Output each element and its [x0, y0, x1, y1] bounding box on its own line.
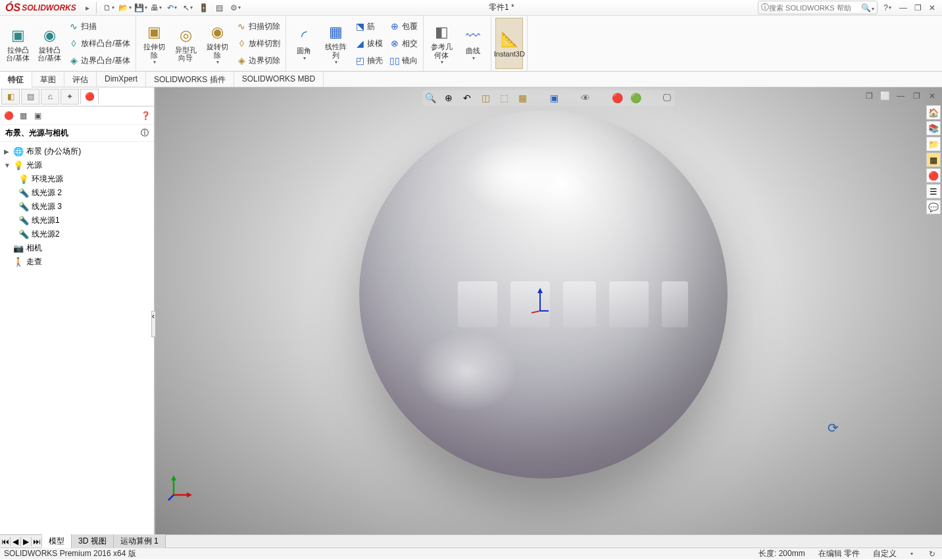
status-custom[interactable]: 自定义: [873, 548, 897, 559]
vp-maximize-icon[interactable]: ⬜: [879, 90, 891, 102]
tab-3d-views[interactable]: 3D 视图: [72, 534, 114, 548]
ref-geom-button[interactable]: ◧参考几何体▾: [428, 18, 455, 69]
tab-evaluate[interactable]: 评估: [64, 72, 97, 87]
hide-show-icon[interactable]: ▣: [547, 91, 560, 105]
select-icon[interactable]: ↖▾: [182, 2, 194, 14]
tree-camera[interactable]: 📷 相机: [1, 241, 153, 255]
extrude-boss-button[interactable]: ▣拉伸凸台/基体: [4, 18, 32, 69]
close-icon[interactable]: ✕: [926, 2, 938, 14]
prev-view-icon[interactable]: ↶: [460, 91, 474, 105]
appearance-icon[interactable]: 🔴: [3, 110, 14, 122]
vp-restore-icon[interactable]: ❐: [863, 90, 875, 102]
options-icon[interactable]: ▤: [214, 2, 226, 14]
tab-sketch[interactable]: 草图: [32, 72, 64, 87]
tree-ambient-light[interactable]: 💡环境光源: [16, 172, 153, 186]
view-orientation-icon[interactable]: ⬚: [497, 91, 510, 105]
tab-motion-study[interactable]: 运动算例 1: [114, 534, 166, 548]
shell-button[interactable]: ◰抽壳: [353, 53, 384, 68]
search-icon[interactable]: 🔍▾: [861, 3, 874, 12]
vp-close-icon[interactable]: ✕: [926, 90, 938, 102]
panel-tab-property[interactable]: ▤: [21, 89, 39, 105]
rail-appearances-icon[interactable]: 🔴: [926, 168, 941, 183]
nav-first-icon[interactable]: ⏮: [0, 537, 11, 546]
zoom-area-icon[interactable]: ⊕: [442, 91, 455, 105]
new-icon[interactable]: 🗋▾: [103, 2, 115, 14]
boundary-cut-button[interactable]: ◈边界切除: [235, 53, 282, 68]
tree-directional-light1[interactable]: 🔦线光源1: [16, 214, 153, 227]
rail-view-palette-icon[interactable]: ▦: [926, 152, 941, 167]
graphics-viewport[interactable]: 🔍 ⊕ ↶ ◫ ⬚ ▦ ▣ 👁 🔴 🟢 🖵 ❐ ⬜ — ❐ ✕: [155, 87, 942, 534]
nav-last-icon[interactable]: ⏭: [32, 537, 42, 546]
scene-edit-icon[interactable]: 🟢: [629, 91, 642, 105]
rotate-gizmo-icon[interactable]: ⟳: [828, 420, 843, 436]
status-rebuild-icon[interactable]: ↻: [926, 548, 938, 560]
save-icon[interactable]: 💾▾: [135, 2, 147, 14]
linear-pattern-button[interactable]: ▦线性阵列▾: [322, 18, 349, 69]
tab-mbd[interactable]: SOLIDWORKS MBD: [234, 72, 324, 87]
status-dropdown-icon[interactable]: ▾: [910, 551, 913, 557]
panel-tab-config[interactable]: ⎌: [41, 89, 59, 105]
rail-library-icon[interactable]: 📚: [926, 121, 941, 135]
restore-icon[interactable]: ❐: [912, 2, 924, 14]
tree-directional-light2[interactable]: 🔦线光源2: [16, 227, 153, 241]
revolve-boss-button[interactable]: ◉旋转凸台/基体: [36, 18, 63, 69]
search-input[interactable]: [769, 4, 861, 12]
tab-addins[interactable]: SOLIDWORKS 插件: [146, 72, 234, 87]
zoom-fit-icon[interactable]: 🔍: [424, 91, 437, 105]
tree-directional-light-3[interactable]: 🔦线光源 3: [16, 200, 153, 214]
instant3d-button[interactable]: 📐Instant3D: [495, 18, 523, 69]
render-icon[interactable]: 🖵: [660, 91, 674, 105]
print-icon[interactable]: 🖶▾: [151, 2, 162, 14]
tree-scene[interactable]: ▶ 🌐 布景 (办公场所): [1, 145, 153, 158]
sweep-button[interactable]: ∿扫描: [67, 18, 132, 34]
vp-minimize-icon[interactable]: —: [895, 90, 906, 102]
collapse-icon[interactable]: ▼: [4, 162, 11, 169]
fillet-button[interactable]: ◜圆角▾: [290, 18, 318, 69]
nav-next-icon[interactable]: ▶: [21, 537, 32, 546]
mirror-button[interactable]: ▯▯镜向: [388, 53, 419, 68]
rail-file-explorer-icon[interactable]: 📁: [926, 137, 941, 151]
rail-forum-icon[interactable]: 💬: [926, 200, 941, 214]
help-button[interactable]: ?▾: [881, 2, 893, 14]
info-icon[interactable]: ⓘ: [141, 128, 149, 139]
undo-icon[interactable]: ↶▾: [166, 2, 178, 14]
minimize-icon[interactable]: —: [897, 2, 909, 14]
rail-home-icon[interactable]: 🏠: [926, 105, 941, 120]
panel-tab-dimxpert[interactable]: ✦: [61, 89, 79, 105]
rebuild-icon[interactable]: 🚦: [198, 2, 210, 14]
display-style-icon[interactable]: ▦: [516, 91, 529, 105]
eye-icon[interactable]: 👁: [579, 91, 592, 105]
hole-wizard-button[interactable]: ◎异型孔向导: [172, 18, 199, 69]
tree-lights[interactable]: ▼ 💡 光源: [1, 158, 153, 172]
vp-restore2-icon[interactable]: ❐: [910, 90, 922, 102]
rail-properties-icon[interactable]: ☰: [926, 184, 941, 198]
tab-model[interactable]: 模型: [42, 534, 72, 548]
rib-button[interactable]: ⬔筋: [353, 18, 384, 34]
tree-walkthrough[interactable]: 🚶 走查: [1, 255, 153, 269]
curves-button[interactable]: 〰曲线▾: [459, 18, 487, 69]
loft-button[interactable]: ◊放样凸台/基体: [67, 35, 132, 51]
panel-tab-feature-tree[interactable]: ◧: [1, 89, 20, 105]
section-view-icon[interactable]: ◫: [479, 91, 492, 105]
revolve-cut-button[interactable]: ◉旋转切除▾: [203, 18, 231, 69]
open-icon[interactable]: 📂▾: [119, 2, 131, 14]
menu-dropdown-icon[interactable]: ▸: [82, 2, 93, 14]
boundary-button[interactable]: ◈边界凸台/基体: [67, 53, 132, 68]
draft-button[interactable]: ◢拔模: [353, 35, 384, 51]
panel-tab-display[interactable]: 🔴: [80, 89, 99, 105]
help-search[interactable]: ⓘ 🔍▾: [758, 1, 878, 14]
panel-help-icon[interactable]: ❓: [139, 110, 151, 122]
tree-directional-light-2[interactable]: 🔦线光源 2: [16, 186, 153, 200]
wrap-button[interactable]: ⊕包覆: [388, 18, 419, 34]
sweep-cut-button[interactable]: ∿扫描切除: [235, 18, 282, 34]
origin-triad[interactable]: [530, 288, 550, 314]
intersect-button[interactable]: ⊗相交: [388, 35, 419, 51]
appearance-edit-icon[interactable]: 🔴: [610, 91, 624, 105]
expand-icon[interactable]: ▶: [4, 148, 11, 155]
scene-light-camera-icon[interactable]: ▣: [32, 110, 43, 122]
decals-icon[interactable]: ▦: [17, 110, 29, 122]
tab-dimxpert[interactable]: DimXpert: [97, 72, 146, 87]
nav-prev-icon[interactable]: ◀: [11, 537, 21, 546]
loft-cut-button[interactable]: ◊放样切割: [235, 35, 282, 51]
extrude-cut-button[interactable]: ▣拉伸切除▾: [140, 18, 168, 69]
